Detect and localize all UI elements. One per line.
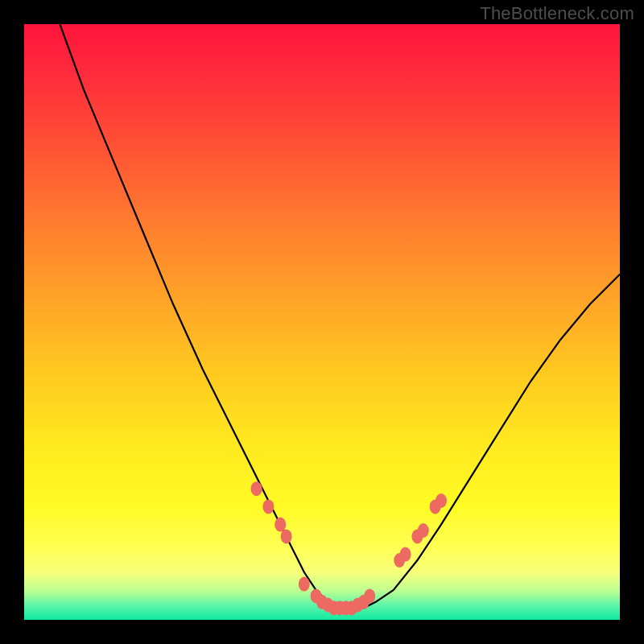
- data-marker: [418, 523, 429, 538]
- data-marker: [275, 518, 286, 532]
- marker-group: [251, 481, 447, 615]
- data-marker: [281, 529, 292, 543]
- data-marker: [299, 577, 310, 592]
- data-marker: [364, 588, 375, 603]
- watermark-text: TheBottleneck.com: [480, 3, 634, 24]
- plot-area: [24, 24, 620, 620]
- data-marker: [262, 499, 274, 514]
- chart-frame: TheBottleneck.com: [0, 0, 644, 644]
- data-marker: [400, 547, 411, 562]
- chart-svg: [24, 24, 620, 620]
- data-marker: [436, 493, 447, 508]
- data-marker: [251, 481, 262, 496]
- bottleneck-curve: [60, 24, 620, 608]
